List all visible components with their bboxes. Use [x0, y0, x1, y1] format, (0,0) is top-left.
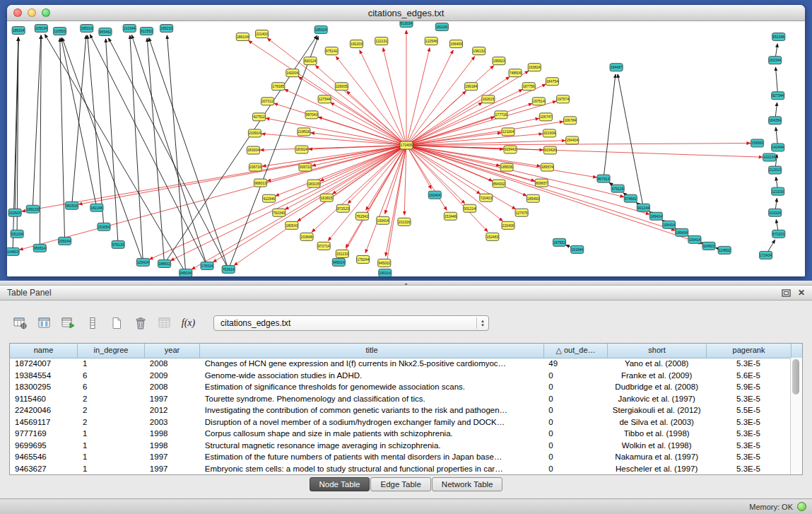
graph-node[interactable]: 151233: [336, 250, 348, 257]
graph-node[interactable]: 210344: [123, 25, 136, 33]
graph-node[interactable]: 127675: [515, 209, 528, 216]
graph-node[interactable]: 748506: [509, 69, 522, 77]
graph-node[interactable]: 178185: [272, 83, 285, 90]
graph-node[interactable]: 182246: [90, 204, 103, 211]
graph-node[interactable]: 183024: [295, 146, 308, 153]
graph-node[interactable]: 182344: [769, 57, 782, 64]
graph-node[interactable]: 153446: [444, 212, 457, 220]
graph-node[interactable]: 720403: [480, 194, 493, 201]
graph-edge[interactable]: [72, 35, 86, 206]
column-header-year[interactable]: year: [145, 344, 200, 358]
graph-node[interactable]: 121033: [772, 187, 784, 195]
table-row[interactable]: 911546021997Tourette syndrome. Phenomeno…: [10, 393, 791, 405]
graph-node[interactable]: 104803: [7, 247, 19, 255]
graph-node[interactable]: 181190: [435, 23, 448, 31]
graph-node[interactable]: 600124: [304, 57, 317, 65]
graph-node[interactable]: 761542: [355, 212, 368, 220]
tab-node-table[interactable]: Node Table: [310, 477, 370, 491]
graph-node[interactable]: 185304: [12, 27, 25, 35]
graph-edge[interactable]: [286, 145, 406, 209]
graph-edge[interactable]: [149, 38, 229, 269]
graph-node[interactable]: 120553: [53, 28, 66, 35]
graph-edge[interactable]: [406, 145, 763, 157]
graph-node[interactable]: 221400: [255, 30, 268, 38]
graph-edge[interactable]: [406, 145, 480, 194]
column-header-title[interactable]: title: [200, 344, 544, 358]
undock-panel-icon[interactable]: [782, 289, 791, 297]
table-row[interactable]: 1938455462009Genome-wide association stu…: [10, 370, 791, 382]
graph-node[interactable]: 218516: [298, 128, 310, 136]
graph-node[interactable]: 901244: [637, 204, 649, 211]
graph-node[interactable]: 193404: [428, 191, 441, 199]
graph-node[interactable]: 968013: [254, 179, 266, 187]
table-scrollbar[interactable]: [790, 358, 802, 474]
graph-node[interactable]: 109414: [688, 235, 701, 243]
graph-node[interactable]: 183135: [307, 180, 320, 187]
graph-node[interactable]: 207312: [261, 98, 274, 105]
graph-node[interactable]: 189133: [26, 205, 39, 213]
import-table-icon[interactable]: [59, 315, 77, 332]
graph-node[interactable]: 154404: [566, 136, 579, 144]
column-header-in_degree[interactable]: in_degree: [78, 344, 145, 358]
graph-node[interactable]: 203914: [248, 129, 261, 137]
graph-node[interactable]: 172434: [760, 251, 772, 259]
graph-edge[interactable]: [365, 145, 406, 252]
graph-node[interactable]: 226005: [335, 83, 348, 90]
graph-edge[interactable]: [331, 103, 406, 145]
zoom-window-button[interactable]: [42, 8, 50, 17]
graph-node[interactable]: 867913: [597, 175, 610, 182]
graph-node[interactable]: 122131: [375, 37, 388, 45]
graph-node[interactable]: 106784: [564, 117, 577, 124]
graph-node[interactable]: 975142: [325, 47, 338, 55]
graph-node[interactable]: 106414: [663, 221, 676, 228]
column-header-name[interactable]: name: [10, 344, 78, 358]
graph-node[interactable]: 672203: [772, 230, 785, 238]
graph-node[interactable]: 121164: [502, 128, 514, 136]
graph-edge[interactable]: [109, 38, 229, 269]
table-row[interactable]: 946554611997Estimation of the future num…: [10, 451, 791, 463]
graph-node[interactable]: 102234: [763, 153, 776, 161]
close-window-button[interactable]: [13, 8, 22, 17]
graph-node[interactable]: 159583: [751, 139, 763, 147]
graph-node[interactable]: 172405: [400, 141, 413, 149]
graph-edge[interactable]: [131, 35, 207, 266]
graph-node[interactable]: 950533: [66, 201, 78, 209]
graph-node[interactable]: 951346: [772, 33, 785, 41]
graph-node[interactable]: 945014: [332, 258, 345, 266]
graph-edge[interactable]: [406, 145, 596, 177]
graph-node[interactable]: 184354: [769, 117, 782, 124]
graph-node[interactable]: 911546: [263, 194, 276, 202]
graph-node[interactable]: 178314: [201, 262, 213, 269]
graph-node[interactable]: 189574: [541, 163, 553, 171]
graph-node[interactable]: 142004: [286, 69, 299, 77]
graph-node[interactable]: 190314: [379, 269, 392, 276]
graph-node[interactable]: 153054: [98, 223, 110, 230]
rows-icon[interactable]: [83, 315, 101, 332]
graph-edge[interactable]: [33, 35, 41, 209]
graph-edge[interactable]: [406, 145, 702, 243]
graph-node[interactable]: 792340: [273, 209, 286, 216]
graph-edge[interactable]: [776, 67, 778, 95]
close-panel-icon[interactable]: ✕: [798, 288, 805, 298]
graph-node[interactable]: 813034: [400, 21, 413, 28]
column-header-out_degree[interactable]: △ out_de…: [544, 344, 608, 358]
graph-node[interactable]: 103104: [769, 209, 782, 216]
graph-node[interactable]: 915443: [504, 146, 517, 153]
tab-network-table[interactable]: Network Table: [432, 477, 503, 491]
graph-node[interactable]: 195823: [493, 57, 505, 65]
graph-node[interactable]: 182203: [350, 40, 363, 48]
minimize-window-button[interactable]: [28, 8, 36, 17]
graph-node[interactable]: 931214: [464, 204, 476, 212]
graph-edge[interactable]: [406, 145, 493, 180]
graph-node[interactable]: 202605: [8, 209, 21, 216]
graph-edge[interactable]: [406, 91, 466, 145]
graph-node[interactable]: 177716: [495, 111, 507, 119]
graph-node[interactable]: 306722: [299, 163, 312, 171]
graph-node[interactable]: 997043: [305, 111, 318, 119]
graph-node[interactable]: 185493: [526, 194, 539, 202]
graph-node[interactable]: 206716: [249, 163, 261, 171]
graph-node[interactable]: 152483: [486, 233, 499, 240]
graph-node[interactable]: 974641: [624, 194, 637, 202]
graph-edge[interactable]: [342, 145, 406, 256]
graph-node[interactable]: 197514: [532, 98, 545, 105]
